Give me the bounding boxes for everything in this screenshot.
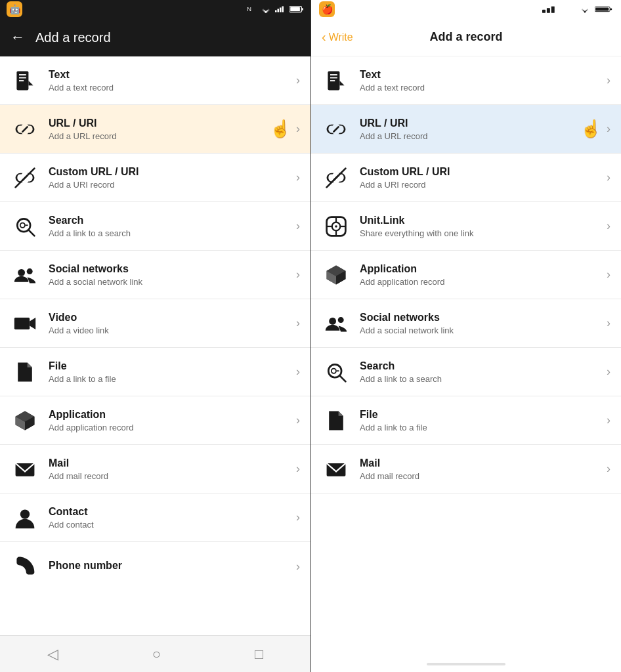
list-item[interactable]: Search Add a link to a search › [0, 202, 310, 251]
android-header: ← Add a record [0, 18, 310, 56]
list-item[interactable]: Custom URL / URI Add a URI record › [311, 154, 621, 202]
file-icon [322, 406, 351, 435]
scroll-indicator-area [311, 656, 621, 672]
custom-url-icon [322, 163, 351, 192]
item-title: Search [49, 215, 296, 226]
chevron-right-icon: › [296, 122, 300, 136]
list-item[interactable]: URL / URI Add a URL record ☝ › [311, 105, 621, 154]
nfc-icon: N [246, 5, 257, 13]
list-item[interactable]: URL / URI Add a URL record ☝ › [0, 105, 310, 154]
app-icon [322, 261, 351, 289]
chevron-right-icon: › [296, 171, 300, 184]
unit-link-icon [322, 212, 351, 241]
chevron-right-icon: › [296, 511, 300, 524]
chevron-right-icon: › [607, 365, 610, 379]
list-item[interactable]: Application Add application record › [0, 396, 310, 445]
item-title: Phone number [49, 560, 296, 572]
text-icon [11, 66, 39, 95]
ios-signal-icon [542, 5, 575, 13]
svg-rect-32 [282, 7, 284, 12]
list-item[interactable]: Text Add a text record › [0, 56, 310, 105]
item-subtitle: Add application record [49, 423, 296, 432]
list-item[interactable]: File Add a link to a file › [311, 396, 621, 445]
list-item[interactable]: Social networks Add a social network lin… [0, 251, 310, 299]
home-nav-button[interactable]: ○ [152, 646, 161, 663]
list-item[interactable]: File Add a link to a file › [0, 348, 310, 396]
item-subtitle: Add mail record [360, 471, 607, 481]
touch-icon: ☝ [580, 119, 601, 139]
item-subtitle: Add mail record [49, 471, 296, 481]
ios-header-title: Add a record [374, 30, 558, 44]
wifi-icon [261, 5, 271, 13]
chevron-right-icon: › [296, 365, 300, 379]
custom-url-icon [11, 163, 39, 192]
list-item[interactable]: Application Add application record › [311, 251, 621, 299]
android-bottom-nav: ◁ ○ □ [0, 635, 310, 672]
chevron-right-icon: › [296, 74, 300, 87]
item-subtitle: Add a link to a search [49, 228, 296, 238]
svg-point-28 [265, 12, 267, 13]
item-subtitle: Add a URI record [360, 180, 607, 190]
list-item[interactable]: Custom URL / URI Add a URI record › [0, 154, 310, 202]
svg-rect-37 [547, 8, 550, 13]
list-item[interactable]: Mail Add mail record › [311, 445, 621, 494]
chevron-right-icon: › [607, 74, 610, 87]
chevron-right-icon: › [607, 316, 610, 330]
svg-rect-38 [551, 7, 555, 13]
back-button[interactable]: ← [11, 29, 25, 46]
svg-rect-29 [275, 10, 277, 12]
chevron-right-icon: › [607, 268, 610, 282]
search-icon [322, 358, 351, 387]
item-subtitle: Add application record [360, 277, 607, 287]
list-item[interactable]: Video Add a video link › [0, 299, 310, 348]
mail-icon [11, 455, 39, 484]
text-icon [322, 66, 351, 95]
chevron-right-icon: › [296, 219, 300, 233]
battery-icon [289, 5, 304, 13]
list-item[interactable]: Text Add a text record › [311, 56, 621, 105]
chevron-right-icon: › [607, 462, 610, 476]
svg-rect-31 [280, 8, 282, 12]
ios-battery-icon [595, 5, 613, 13]
list-item[interactable]: Phone number › [0, 542, 310, 591]
ios-header: ‹ Write Add a record [311, 18, 621, 56]
svg-rect-34 [301, 8, 303, 10]
file-icon [11, 358, 39, 387]
chevron-right-icon: › [607, 122, 610, 136]
recents-nav-button[interactable]: □ [255, 646, 263, 663]
list-item[interactable]: Contact Add contact › [0, 494, 310, 542]
item-title: URL / URI [360, 117, 580, 129]
mail-icon [322, 455, 351, 484]
item-subtitle: Add a link to a file [360, 423, 607, 432]
item-title: Contact [49, 506, 296, 518]
chevron-right-icon: › [607, 413, 610, 427]
search-icon [11, 212, 39, 241]
svg-rect-35 [290, 7, 300, 11]
list-item[interactable]: Search Add a link to a search › [311, 348, 621, 396]
list-item[interactable]: Unit.Link Share everything with one link… [311, 202, 621, 251]
ios-back-button[interactable]: ‹ Write [322, 30, 374, 45]
item-title: Text [360, 69, 607, 81]
list-item[interactable]: Mail Add mail record › [0, 445, 310, 494]
item-title: Custom URL / URI [360, 166, 607, 178]
touch-icon: ☝ [270, 119, 291, 139]
item-title: Video [49, 312, 296, 324]
chevron-right-icon: › [296, 413, 300, 427]
signal-icon [275, 5, 286, 13]
back-chevron-icon: ‹ [322, 30, 326, 45]
back-nav-button[interactable]: ◁ [47, 646, 58, 663]
list-item[interactable]: Social networks Add a social network lin… [311, 299, 621, 348]
svg-text:N: N [247, 6, 251, 12]
item-title: Mail [49, 457, 296, 469]
chevron-right-icon: › [296, 268, 300, 282]
android-panel: 🤖 N ← Add a record [0, 0, 310, 672]
chevron-right-icon: › [296, 462, 300, 476]
item-subtitle: Add a URI record [49, 180, 296, 190]
svg-rect-30 [278, 9, 280, 12]
scroll-indicator [427, 663, 505, 665]
url-uri-icon [322, 115, 351, 144]
item-subtitle: Add a social network link [49, 277, 296, 287]
android-header-title: Add a record [35, 30, 111, 45]
svg-point-39 [584, 12, 586, 13]
item-title: Text [49, 69, 296, 81]
